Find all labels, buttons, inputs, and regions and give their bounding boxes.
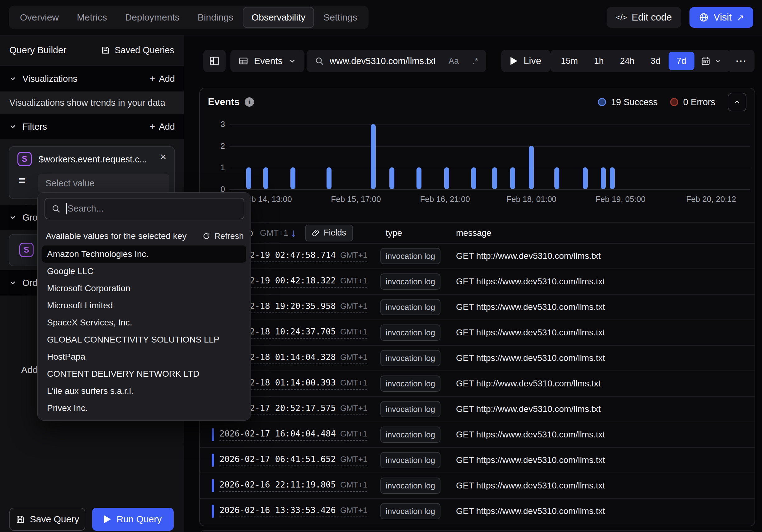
sidebar-section-filters[interactable]: Filters + Add — [0, 114, 184, 139]
save-icon — [16, 514, 25, 524]
dataset-selector[interactable]: Events — [230, 50, 304, 72]
chart-bar[interactable] — [471, 167, 476, 189]
table-row[interactable]: 2026-02-18 10:24:37.705GMT+1 invocation … — [200, 320, 754, 346]
row-timestamp[interactable]: 2026-02-16 22:11:19.805GMT+1 — [219, 480, 367, 492]
main-content: Events www.dev5310.com/llms.txt Aa .* Li… — [184, 35, 762, 532]
chart-bar[interactable] — [610, 167, 615, 189]
table-row[interactable]: 2026-02-16 13:33:53.426GMT+1 invocation … — [200, 499, 754, 524]
time-range-options: 15m1h24h3d7d — [553, 50, 694, 72]
chart-bar[interactable] — [263, 167, 268, 189]
edit-code-button[interactable]: </> Edit code — [607, 7, 681, 28]
chart-bar[interactable] — [529, 146, 534, 189]
visit-button[interactable]: Visit ↗ — [689, 7, 753, 28]
chart-bar[interactable] — [583, 167, 588, 189]
close-icon[interactable]: × — [160, 151, 166, 162]
chart-bar[interactable] — [510, 167, 515, 189]
table-row[interactable]: 2026-02-19 02:47:58.714GMT+1 invocation … — [200, 243, 754, 269]
chart-bar[interactable] — [492, 167, 497, 189]
run-query-button[interactable]: Run Query — [92, 508, 174, 531]
equals-operator-icon[interactable]: = — [19, 174, 26, 188]
dropdown-item[interactable]: CONTENT DELIVERY NETWORK LTD — [42, 365, 246, 382]
more-options-button[interactable]: ⋯ — [728, 50, 754, 72]
chart-bar[interactable] — [389, 167, 394, 189]
chart-bar[interactable] — [601, 167, 606, 189]
range-15m[interactable]: 15m — [553, 50, 586, 72]
tab-metrics[interactable]: Metrics — [68, 7, 116, 28]
range-7d[interactable]: 7d — [669, 52, 694, 70]
row-type-badge: invocation log — [380, 452, 440, 468]
dropdown-item[interactable]: L'ile aux surfers s.a.r.l. — [42, 382, 246, 399]
row-timestamp[interactable]: 2026-02-17 16:04:04.484GMT+1 — [219, 429, 367, 441]
sidebar-section-visualizations[interactable]: Visualizations + Add — [0, 66, 184, 92]
saved-queries-button[interactable]: Saved Queries — [101, 45, 174, 55]
tab-overview[interactable]: Overview — [11, 7, 68, 28]
range-24h[interactable]: 24h — [612, 50, 643, 72]
x-axis-label: Feb 16, 21:00 — [420, 194, 470, 204]
row-timestamp[interactable]: 2026-02-16 13:33:53.426GMT+1 — [219, 505, 367, 517]
tab-deployments[interactable]: Deployments — [116, 7, 188, 28]
range-3d[interactable]: 3d — [643, 50, 668, 72]
range-1h[interactable]: 1h — [586, 50, 612, 72]
dropdown-heading-row: Available values for the selected key Re… — [46, 230, 244, 242]
select-value-input[interactable]: Select value — [38, 173, 169, 193]
dropdown-item[interactable]: Google LLC — [42, 263, 246, 280]
table-row[interactable]: 2026-02-18 01:14:04.328GMT+1 invocation … — [200, 346, 754, 371]
info-icon[interactable]: i — [245, 98, 254, 107]
chart-bar[interactable] — [417, 167, 421, 189]
chart-bar[interactable] — [246, 167, 251, 189]
tab-bindings[interactable]: Bindings — [189, 7, 242, 28]
table-icon — [238, 56, 248, 66]
dropdown-item[interactable]: Microsoft Limited — [42, 297, 246, 314]
collapse-sidebar-button[interactable] — [203, 50, 226, 72]
dropdown-item[interactable]: GLOBAL CONNECTIVITY SOLUTIONS LLP — [42, 331, 246, 348]
message-column-header: message — [456, 228, 492, 238]
row-message: GET https://www.dev5310.com/llms.txt — [456, 302, 605, 312]
table-row[interactable]: 2026-02-18 01:14:00.393GMT+1 invocation … — [200, 371, 754, 397]
table-row[interactable]: 2026-02-17 16:04:04.484GMT+1 invocation … — [200, 422, 754, 448]
table-row[interactable]: 2026-02-16 22:11:19.805GMT+1 invocation … — [200, 473, 754, 499]
text-cursor — [66, 203, 67, 214]
dropdown-item[interactable]: SpaceX Services, Inc. — [42, 314, 246, 331]
chart-bar[interactable] — [371, 124, 376, 189]
paperclip-icon — [312, 229, 320, 237]
sort-descending-icon[interactable]: ↓ — [291, 227, 296, 239]
tab-settings[interactable]: Settings — [315, 7, 366, 28]
table-row[interactable]: 2026-02-17 06:41:51.652GMT+1 invocation … — [200, 448, 754, 473]
fields-button[interactable]: Fields — [305, 225, 353, 241]
row-timestamp[interactable]: 2026-02-17 06:41:51.652GMT+1 — [219, 454, 367, 466]
query-search-input[interactable]: www.dev5310.com/llms.txt Aa .* — [307, 50, 486, 72]
refresh-button[interactable]: Refresh — [202, 232, 244, 241]
x-axis-label: Feb 18, 01:00 — [506, 194, 556, 204]
groupby-label: Gro — [23, 213, 38, 223]
add-visualization-button[interactable]: + Add — [150, 73, 175, 84]
chart-bar[interactable] — [444, 167, 449, 189]
chart-bar[interactable] — [554, 167, 559, 189]
custom-range-button[interactable] — [694, 56, 727, 66]
success-indicator — [212, 479, 214, 492]
success-indicator — [212, 454, 214, 467]
dropdown-item[interactable]: Microsoft Corporation — [42, 280, 246, 297]
filter-key[interactable]: $workers.event.request.c... — [38, 154, 147, 165]
dropdown-item[interactable]: Privex Inc. — [42, 399, 246, 417]
x-axis-label: Feb 20, 20:12 — [686, 194, 736, 204]
sidebar-header: Query Builder Saved Queries — [0, 35, 184, 65]
dropdown-item[interactable]: Amazon Technologies Inc. — [42, 245, 246, 263]
chart-bar[interactable] — [290, 167, 295, 189]
table-row[interactable]: 2026-02-19 00:42:18.322GMT+1 invocation … — [200, 269, 754, 295]
regex-toggle[interactable]: .* — [473, 56, 478, 66]
chart-bar[interactable] — [327, 167, 332, 189]
table-row[interactable]: 2026-02-18 19:20:35.958GMT+1 invocation … — [200, 295, 754, 320]
tab-observability[interactable]: Observability — [243, 7, 314, 28]
add-filter-button[interactable]: + Add — [150, 121, 175, 132]
save-query-button[interactable]: Save Query — [9, 508, 85, 531]
row-message: GET https://www.dev5310.com/llms.txt — [456, 277, 605, 287]
live-button[interactable]: Live — [501, 50, 551, 72]
dataset-label: Events — [254, 56, 283, 66]
table-row[interactable]: 2026-02-17 20:52:17.575GMT+1 invocation … — [200, 397, 754, 422]
match-case-toggle[interactable]: Aa — [449, 56, 459, 66]
add-label-partial[interactable]: Add — [21, 365, 38, 375]
dropdown-search-input[interactable]: Search... — [44, 198, 244, 219]
dropdown-item[interactable]: HostPapa — [42, 348, 246, 365]
string-type-badge: S — [18, 152, 32, 166]
collapse-chart-button[interactable] — [728, 93, 746, 111]
